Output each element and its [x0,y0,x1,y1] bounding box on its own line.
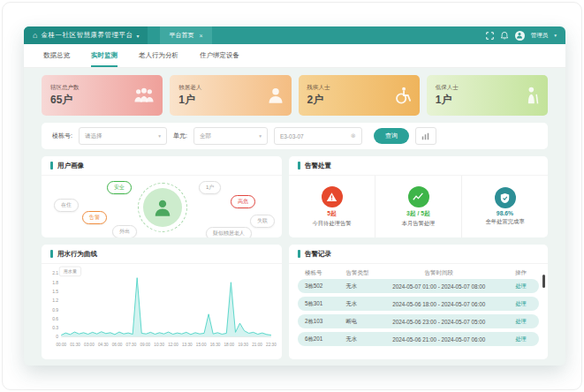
svg-text:04:30: 04:30 [98,343,109,347]
avatar[interactable] [143,188,182,227]
export-report-button[interactable] [415,127,436,145]
svg-text:06:00: 06:00 [112,343,123,347]
svg-text:用水量: 用水量 [64,268,77,275]
nav-tab-3[interactable]: 老人行为分析 [139,44,178,67]
portrait-tag-5[interactable]: 1户 [199,181,221,194]
user-name[interactable]: 管理员 [531,32,549,40]
people-group-icon [133,87,155,104]
panel-header: 用户画像 [42,156,282,176]
search-button[interactable]: 查询 [374,128,409,144]
building-label: 楼栋号: [52,132,72,140]
device-select-value: E3-03-07 [280,133,304,139]
table-scrollbar[interactable] [542,275,545,288]
water-usage-panel: 用水行为曲线 00.30.60.91.21.51.82.100:0001:300… [42,245,282,359]
table-cell: 2024-05-07 01:00 - 2024-05-07 08:00 [375,283,503,290]
portrait-tag-3[interactable]: 告警 [82,211,107,224]
water-usage-chart-svg: 00.30.60.91.21.51.82.100:0001:3003:0004:… [47,266,277,359]
alert-stat-label: 本月告警处理 [402,220,436,228]
table-cell: 2栋103 [298,318,338,326]
nav-tab-4[interactable]: 住户绑定设备 [200,44,239,67]
titlebar-actions: 管理员 ▾ [486,31,565,41]
alert-stat-label: 今日待处理告警 [312,220,351,228]
portrait-panel-title: 用户画像 [57,162,84,170]
stat-card-4: 低保人士1户 [427,75,548,116]
table-column-header: 告警类型 [338,269,375,277]
user-portrait-panel: 用户画像 在住安全告警外出1户高危失联疑似独居老人 [42,156,282,237]
tab-home[interactable]: 平台首页 × [160,26,211,44]
stat-cards-row: 辖区总户数65户独居老人1户残疾人士2户低保人士1户 [42,75,548,116]
svg-text:2.1: 2.1 [52,270,58,275]
svg-text:12:00: 12:00 [168,343,178,347]
panels-row-2: 用水行为曲线 00.30.60.91.21.51.82.100:0001:300… [42,245,548,359]
unit-select-value: 全部 [200,132,211,140]
table-column-header: 告警时间段 [375,269,503,277]
panel-header: 用水行为曲线 [42,245,282,264]
table-row[interactable]: 6栋201无水2024-05-06 21:00 - 2024-05-07 06:… [298,332,539,346]
row-action-link[interactable]: 处理 [503,318,539,326]
chevron-down-icon: ▾ [158,133,161,139]
portrait-tag-2[interactable]: 安全 [107,181,132,194]
portrait-tag-6[interactable]: 高危 [231,195,255,208]
nav-tab-1[interactable]: 数据总览 [43,44,70,67]
table-cell: 无水 [338,300,375,308]
app-window: ⌂ 金桂一社区智慧康养管理平台 ▾ 平台首页 × 管理员 ▾ 数据总览实时监测老… [24,26,565,366]
panel-header: 告警记录 [289,245,548,264]
svg-text:10:30: 10:30 [154,343,164,347]
chart-panel-title: 用水行为曲线 [57,250,97,259]
portrait-tag-7[interactable]: 失联 [250,215,275,228]
app-title-area: ⌂ 金桂一社区智慧康养管理平台 ▾ [24,26,148,44]
bell-icon[interactable] [500,31,509,40]
title-bar-accent [298,162,300,170]
clear-icon[interactable]: ⊗ [351,132,356,139]
table-row[interactable]: 3栋502无水2024-05-07 01:00 - 2024-05-07 08:… [298,279,539,293]
title-bar-accent [50,162,53,170]
svg-text:03:00: 03:00 [84,343,95,347]
portrait-tag-1[interactable]: 在住 [54,199,79,212]
svg-text:15:00: 15:00 [196,343,207,347]
svg-text:09:00: 09:00 [140,343,150,347]
row-action-link[interactable]: 处理 [503,300,539,308]
panel-header: 告警处置 [289,156,548,176]
user-caret-icon[interactable]: ▾ [554,33,557,38]
chevron-down-icon: ▾ [259,133,262,139]
device-select[interactable]: E3-03-07 ⊗ [274,127,362,145]
alert-stat-value: 5起 [327,209,337,218]
nav-tab-2[interactable]: 实时监测 [91,44,118,67]
building-select[interactable]: 请选择 ▾ [79,127,167,145]
trend-icon [408,186,429,207]
table-cell: 无水 [338,335,375,343]
table-cell: 无水 [338,283,375,290]
unit-label: 单元: [173,132,187,140]
svg-text:1.5: 1.5 [52,289,58,294]
tab-home-label: 平台首页 [169,31,193,40]
table-cell: 2024-05-06 18:00 - 2024-05-07 06:00 [375,301,503,307]
portrait-tag-4[interactable]: 外出 [112,225,137,237]
content-area: 辖区总户数65户独居老人1户残疾人士2户低保人士1户 楼栋号: 请选择 ▾ 单元… [24,68,565,366]
svg-text:22:30: 22:30 [266,343,277,347]
title-bar-accent [50,250,53,258]
table-row[interactable]: 2栋103断电2024-05-06 23:00 - 2024-05-07 05:… [298,314,539,328]
svg-text:16:30: 16:30 [210,343,221,347]
nav-tabs: 数据总览实时监测老人行为分析住户绑定设备 [24,44,565,68]
portrait-tag-8[interactable]: 疑似独居老人 [206,227,252,237]
svg-text:13:30: 13:30 [182,343,193,347]
wheelchair-icon [394,87,413,105]
fullscreen-icon[interactable] [486,32,494,40]
stat-card-3: 残疾人士2户 [299,75,420,116]
app-title: 金桂一社区智慧康养管理平台 [41,31,133,40]
person-icon [267,87,284,104]
user-avatar[interactable] [515,31,525,41]
alert-handling-panel: 告警处置 5起今日待处理告警3起 / 5起本月告警处理98.6%全年处置完成率 [289,156,548,237]
title-caret-icon[interactable]: ▾ [136,33,139,39]
app-logo-icon: ⌂ [33,32,37,40]
table-row[interactable]: 5栋301无水2024-05-06 18:00 - 2024-05-07 06:… [298,297,539,311]
filter-bar: 楼栋号: 请选择 ▾ 单元: 全部 ▾ E3-03-07 ⊗ 查询 [42,123,548,149]
unit-select[interactable]: 全部 ▾ [193,127,268,145]
alert-stat-value: 3起 / 5起 [406,209,430,218]
row-action-link[interactable]: 处理 [503,283,539,290]
table-column-header: 操作 [503,269,539,277]
table-cell: 2024-05-06 23:00 - 2024-05-07 05:00 [375,319,503,325]
row-action-link[interactable]: 处理 [503,335,539,343]
tab-close-icon[interactable]: × [199,33,202,39]
svg-text:1.2: 1.2 [52,298,58,303]
